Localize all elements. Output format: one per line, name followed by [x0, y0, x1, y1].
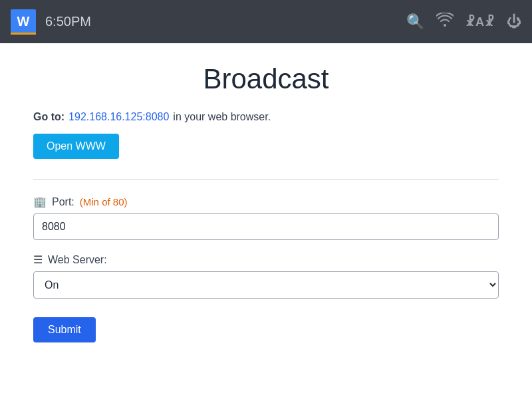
webserver-select[interactable]: On Off [33, 271, 499, 299]
webserver-label: ☰ Web Server: [33, 253, 499, 266]
page-title: Broadcast [33, 63, 499, 95]
goto-link[interactable]: 192.168.16.125:8080 [68, 111, 169, 123]
goto-row: Go to: 192.168.16.125:8080 in your web b… [33, 111, 499, 123]
goto-label: Go to: [33, 111, 65, 123]
port-icon: 🏢 [33, 196, 47, 208]
app-logo: W [11, 9, 36, 35]
main-content: Broadcast Go to: 192.168.16.125:8080 in … [0, 43, 532, 399]
port-hint: (Min of 80) [80, 196, 128, 207]
server-icon: ☰ [33, 253, 43, 266]
port-label-text: Port: [52, 196, 74, 208]
open-www-button[interactable]: Open WWW [33, 134, 119, 159]
cellular-icon: ☧A☧ [466, 15, 495, 29]
port-label: 🏢 Port: (Min of 80) [33, 196, 499, 208]
search-icon[interactable]: 🔍 [406, 13, 424, 31]
power-icon[interactable]: ⏻ [507, 13, 521, 31]
logo-wrap: W [11, 9, 36, 35]
submit-button[interactable]: Submit [33, 317, 96, 342]
wifi-icon [436, 13, 454, 31]
topbar-left: W 6:50PM [11, 9, 91, 35]
divider [33, 179, 499, 180]
goto-suffix: in your web browser. [173, 111, 271, 123]
topbar: W 6:50PM 🔍 ☧A☧ ⏻ [0, 0, 532, 43]
port-field-row: 🏢 Port: (Min of 80) [33, 196, 499, 240]
port-input[interactable] [33, 213, 499, 240]
webserver-field-row: ☰ Web Server: On Off [33, 253, 499, 299]
webserver-label-text: Web Server: [48, 254, 107, 266]
clock-display: 6:50PM [45, 14, 91, 29]
topbar-icons: 🔍 ☧A☧ ⏻ [406, 13, 521, 31]
